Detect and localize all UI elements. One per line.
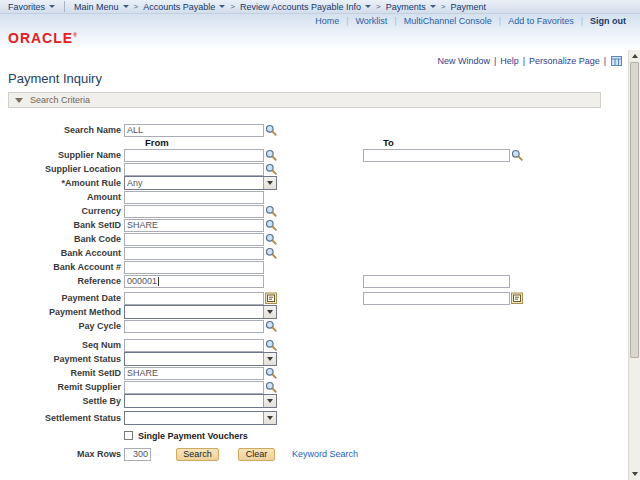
scrollbar-thumb[interactable]	[630, 62, 639, 358]
amount-rule-select[interactable]: Any	[124, 176, 277, 190]
add-to-favorites-link[interactable]: Add to Favorites	[508, 16, 574, 26]
bank-code-input[interactable]	[124, 233, 264, 246]
breadcrumb: Favorites Main Menu > Accounts Payable >…	[0, 0, 640, 14]
keyword-search-link[interactable]: Keyword Search	[292, 449, 358, 459]
search-name-input[interactable]: ALL	[124, 124, 264, 137]
bank-account-number-label: Bank Account #	[0, 262, 124, 272]
seq-num-label: Seq Num	[0, 340, 124, 350]
search-button[interactable]: Search	[176, 448, 219, 461]
home-link[interactable]: Home	[315, 16, 339, 26]
bank-account-lookup-icon[interactable]	[265, 247, 277, 259]
currency-lookup-icon[interactable]	[265, 205, 277, 217]
supplier-location-row: Supplier Location	[0, 162, 628, 176]
max-rows-input[interactable]: 300	[124, 448, 151, 461]
seq-num-input[interactable]	[124, 339, 264, 352]
breadcrumb-item-payment[interactable]: Payment	[450, 2, 486, 12]
bank-setid-label: Bank SetID	[0, 220, 124, 230]
help-link[interactable]: Help	[500, 56, 519, 66]
copy-url-icon[interactable]	[611, 56, 622, 66]
payment-date-calendar-icon[interactable]	[265, 292, 277, 304]
search-criteria-form: Search Name ALL From To Supplier Name	[0, 123, 628, 461]
bank-account-number-input[interactable]	[124, 261, 264, 274]
breadcrumb-item-review-ap-info[interactable]: Review Accounts Payable Info	[240, 2, 371, 12]
payment-method-select[interactable]	[124, 305, 277, 319]
single-payment-vouchers-label: Single Payment Vouchers	[138, 431, 248, 441]
bank-account-number-row: Bank Account #	[0, 260, 628, 274]
settlement-status-select[interactable]	[124, 411, 277, 425]
single-payment-vouchers-checkbox[interactable]	[124, 431, 133, 440]
clear-button[interactable]: Clear	[238, 448, 275, 461]
chevron-down-icon	[219, 5, 225, 8]
bank-account-input[interactable]	[124, 247, 264, 260]
actions-row: Max Rows 300 Search Clear Keyword Search	[0, 447, 628, 461]
settlement-status-row: Settlement Status	[0, 411, 628, 425]
link-separator: |	[494, 56, 496, 66]
payment-method-row: Payment Method	[0, 305, 628, 319]
breadcrumb-favorites-menu[interactable]: Favorites	[8, 2, 55, 12]
supplier-location-input[interactable]	[124, 163, 264, 176]
dropdown-arrow-icon[interactable]	[263, 306, 276, 318]
remit-supplier-input[interactable]	[124, 381, 264, 394]
breadcrumb-item-main-menu[interactable]: Main Menu	[74, 2, 129, 12]
breadcrumb-item-payments[interactable]: Payments	[386, 2, 436, 12]
settle-by-row: Settle By	[0, 394, 628, 408]
page-title: Payment Inquiry	[8, 71, 628, 86]
amount-input[interactable]	[124, 191, 264, 204]
payment-date-label: Payment Date	[0, 293, 124, 303]
bank-setid-input[interactable]: SHARE	[124, 219, 264, 232]
payment-date-from-input[interactable]	[124, 292, 264, 305]
supplier-name-lookup-icon[interactable]	[265, 149, 277, 161]
settle-by-select[interactable]	[124, 394, 277, 408]
remit-supplier-lookup-icon[interactable]	[265, 381, 277, 393]
bank-setid-lookup-icon[interactable]	[265, 219, 277, 231]
search-name-lookup-icon[interactable]	[265, 124, 277, 136]
dropdown-arrow-icon[interactable]	[263, 177, 276, 189]
sign-out-link[interactable]: Sign out	[590, 16, 626, 26]
payment-status-select[interactable]	[124, 352, 277, 366]
personalize-page-link[interactable]: Personalize Page	[529, 56, 600, 66]
supplier-location-lookup-icon[interactable]	[265, 163, 277, 175]
chevron-down-icon	[365, 5, 371, 8]
supplier-name-from-input[interactable]	[124, 149, 264, 162]
payment-date-to-input[interactable]	[363, 292, 510, 305]
supplier-name-to-input[interactable]	[363, 149, 510, 162]
pay-cycle-lookup-icon[interactable]	[265, 320, 277, 332]
max-rows-label: Max Rows	[0, 449, 124, 459]
reference-from-input[interactable]: 000001	[124, 275, 264, 288]
chevron-down-icon	[123, 5, 129, 8]
collapse-triangle-icon[interactable]	[15, 98, 23, 103]
worklist-link[interactable]: Worklist	[356, 16, 388, 26]
multichannel-console-link[interactable]: MultiChannel Console	[404, 16, 492, 26]
supplier-name-row: Supplier Name	[0, 148, 628, 162]
pay-cycle-input[interactable]	[124, 320, 264, 333]
scroll-up-button[interactable]	[629, 50, 640, 62]
bank-code-lookup-icon[interactable]	[265, 233, 277, 245]
currency-input[interactable]	[124, 205, 264, 218]
supplier-name-label: Supplier Name	[0, 150, 124, 160]
pay-cycle-label: Pay Cycle	[0, 321, 124, 331]
dropdown-arrow-icon[interactable]	[263, 353, 276, 365]
breadcrumb-separator: >	[230, 2, 235, 11]
remit-supplier-row: Remit Supplier	[0, 380, 628, 394]
scroll-down-button[interactable]	[629, 468, 640, 480]
amount-row: Amount	[0, 190, 628, 204]
vertical-scrollbar[interactable]	[628, 50, 640, 480]
remit-setid-input[interactable]: SHARE	[124, 367, 264, 380]
reference-to-input[interactable]	[363, 275, 510, 288]
bank-account-label: Bank Account	[0, 248, 124, 258]
payment-date-to-calendar-icon[interactable]	[511, 292, 523, 304]
supplier-name-to-lookup-icon[interactable]	[511, 149, 523, 161]
single-payment-vouchers-row: Single Payment Vouchers	[0, 430, 628, 441]
new-window-link[interactable]: New Window	[437, 56, 490, 66]
seq-num-lookup-icon[interactable]	[265, 339, 277, 351]
dropdown-arrow-icon[interactable]	[263, 395, 276, 407]
search-criteria-section-header[interactable]: Search Criteria	[8, 92, 601, 108]
chevron-down-icon	[430, 5, 436, 8]
link-separator: |	[499, 16, 501, 26]
chevron-down-icon	[49, 5, 55, 8]
dropdown-arrow-icon[interactable]	[263, 412, 276, 424]
breadcrumb-item-accounts-payable[interactable]: Accounts Payable	[143, 2, 225, 12]
column-headers-row: From To	[0, 137, 628, 148]
search-criteria-label: Search Criteria	[30, 95, 90, 105]
remit-setid-lookup-icon[interactable]	[265, 367, 277, 379]
